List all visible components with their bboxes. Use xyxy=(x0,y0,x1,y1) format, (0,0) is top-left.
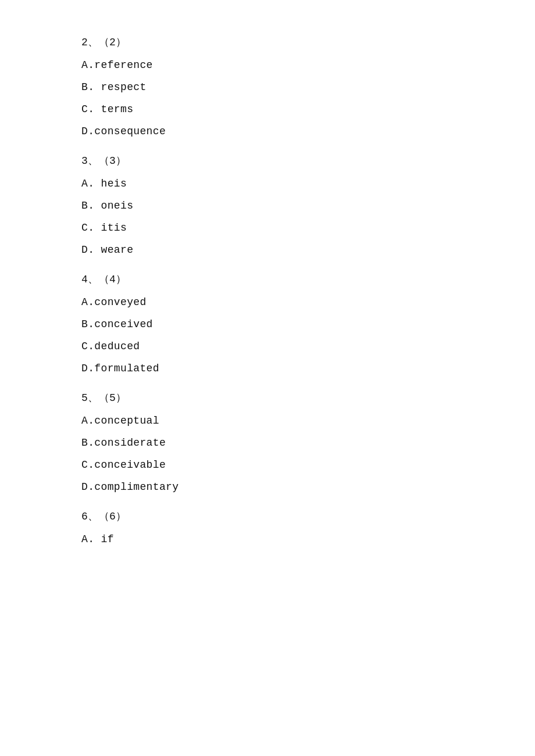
option-q2-1[interactable]: B. respect xyxy=(81,81,535,93)
option-q4-2[interactable]: C.deduced xyxy=(81,341,535,352)
question-number-q2: 2、（2） xyxy=(81,35,535,49)
option-q2-2[interactable]: C. terms xyxy=(81,103,535,115)
question-section-q4: 4、（4）A.conveyedB.conceivedC.deducedD.for… xyxy=(81,272,535,374)
question-number-q3: 3、（3） xyxy=(81,153,535,167)
option-q2-0[interactable]: A.reference xyxy=(81,59,535,71)
option-q3-1[interactable]: B. oneis xyxy=(81,200,535,212)
option-q5-3[interactable]: D.complimentary xyxy=(81,481,535,493)
option-q5-2[interactable]: C.conceivable xyxy=(81,459,535,471)
option-q3-3[interactable]: D. weare xyxy=(81,244,535,256)
option-q3-2[interactable]: C. itis xyxy=(81,222,535,234)
option-q4-3[interactable]: D.formulated xyxy=(81,363,535,374)
option-q2-3[interactable]: D.consequence xyxy=(81,126,535,137)
question-section-q5: 5、（5）A.conceptualB.considerateC.conceiva… xyxy=(81,390,535,493)
question-section-q3: 3、（3）A. heisB. oneisC. itisD. weare xyxy=(81,153,535,256)
option-q5-1[interactable]: B.considerate xyxy=(81,437,535,449)
question-number-q5: 5、（5） xyxy=(81,390,535,404)
option-q5-0[interactable]: A.conceptual xyxy=(81,415,535,427)
question-number-q4: 4、（4） xyxy=(81,272,535,286)
option-q6-0[interactable]: A. if xyxy=(81,533,535,545)
option-q3-0[interactable]: A. heis xyxy=(81,178,535,189)
option-q4-0[interactable]: A.conveyed xyxy=(81,296,535,308)
option-q4-1[interactable]: B.conceived xyxy=(81,318,535,330)
question-section-q6: 6、（6）A. if xyxy=(81,509,535,545)
question-section-q2: 2、（2）A.referenceB. respectC. termsD.cons… xyxy=(81,35,535,137)
quiz-content: 2、（2）A.referenceB. respectC. termsD.cons… xyxy=(81,35,535,561)
question-number-q6: 6、（6） xyxy=(81,509,535,523)
